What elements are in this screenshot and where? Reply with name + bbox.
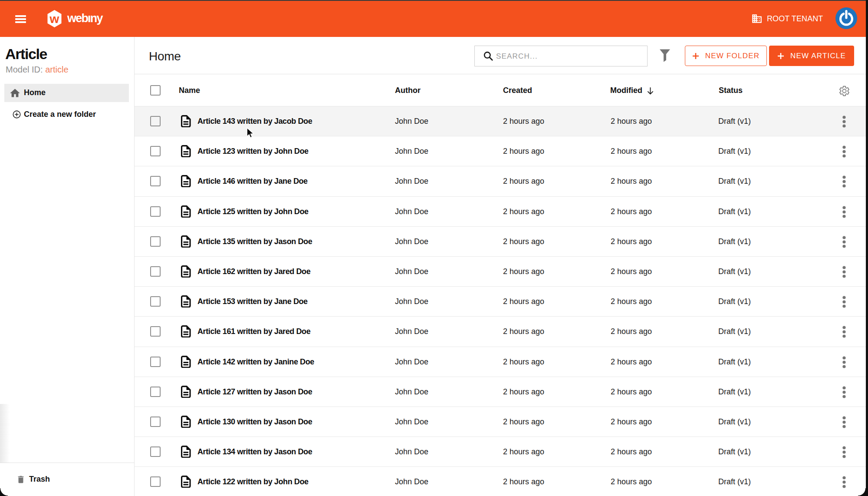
svg-text:w: w <box>49 12 59 26</box>
